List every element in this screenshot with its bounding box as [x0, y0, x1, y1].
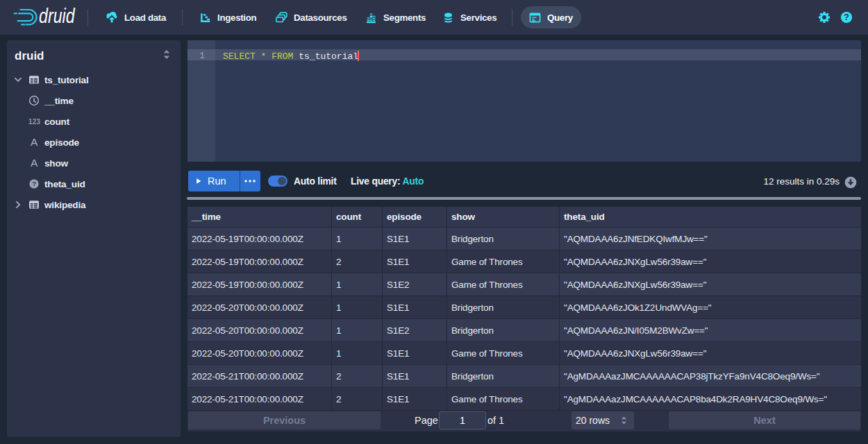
svg-text:?: ? [844, 12, 849, 22]
svg-text:?: ? [32, 180, 36, 187]
